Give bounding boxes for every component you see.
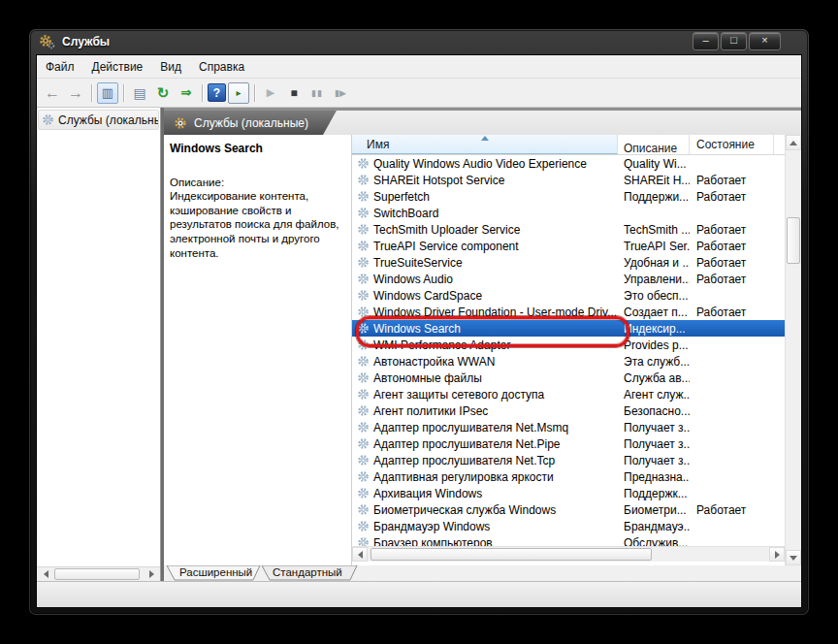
service-row[interactable]: Quality Windows Audio Video Experience Q… bbox=[352, 155, 785, 172]
close-button[interactable]: × bbox=[749, 32, 781, 50]
service-row[interactable]: SwitchBoard bbox=[352, 205, 785, 221]
service-description: Индексир... bbox=[618, 322, 690, 336]
tab-standard[interactable]: Стандартный bbox=[273, 566, 342, 578]
service-row[interactable]: SHAREit Hotspot Service SHAREit H... Раб… bbox=[352, 172, 785, 188]
services-window: Службы – □ × Файл Действие Вид Справка ←… bbox=[29, 29, 809, 615]
main-panel: Службы (локальные) Windows Search Описан… bbox=[164, 108, 801, 581]
tree-horizontal-scrollbar[interactable] bbox=[37, 566, 160, 581]
maximize-button[interactable]: □ bbox=[721, 32, 747, 50]
scrollbar-thumb[interactable] bbox=[54, 568, 140, 580]
column-header-status[interactable]: Состояние bbox=[690, 135, 774, 154]
service-row[interactable]: TrueSuiteService Удобная и ... Работает bbox=[352, 254, 785, 271]
service-gear-icon bbox=[357, 470, 370, 483]
service-gear-icon bbox=[357, 421, 370, 434]
tab-extended[interactable]: Расширенный bbox=[179, 566, 252, 578]
client-area: Файл Действие Вид Справка ←→▥▤↻⇒?▸▶■▮▮▮▶… bbox=[36, 54, 802, 608]
selected-service-name: Windows Search bbox=[170, 142, 343, 155]
service-row[interactable]: TechSmith Uploader Service TechSmith ...… bbox=[352, 221, 785, 238]
service-gear-icon bbox=[357, 437, 370, 450]
menu-action[interactable]: Действие bbox=[83, 57, 152, 77]
service-row[interactable]: Агент защиты сетевого доступа Агент служ… bbox=[352, 386, 785, 402]
menu-file[interactable]: Файл bbox=[37, 57, 83, 77]
service-description: TechSmith ... bbox=[618, 223, 690, 237]
service-row[interactable]: Архивация Windows Поддержк... bbox=[352, 485, 785, 501]
list-vertical-scrollbar[interactable] bbox=[785, 135, 801, 565]
service-name: Адаптивная регулировка яркости bbox=[373, 470, 554, 484]
scroll-right-icon[interactable] bbox=[145, 568, 158, 580]
service-status: Работает bbox=[690, 174, 774, 187]
forward-icon[interactable]: → bbox=[65, 82, 86, 104]
scroll-up-icon[interactable] bbox=[786, 135, 801, 150]
menu-help[interactable]: Справка bbox=[190, 57, 253, 77]
service-description: Получает з... bbox=[618, 421, 690, 435]
service-status: Работает bbox=[690, 190, 774, 204]
list-horizontal-scrollbar[interactable] bbox=[352, 546, 785, 562]
service-gear-icon bbox=[357, 157, 370, 170]
scrollbar-thumb[interactable] bbox=[787, 217, 800, 264]
service-gear-icon bbox=[357, 388, 370, 401]
refresh-icon[interactable]: ↻ bbox=[152, 82, 174, 104]
service-status: Работает bbox=[690, 240, 774, 253]
service-gear-icon bbox=[357, 322, 370, 335]
service-row[interactable]: Брандмауэр Windows Брандмауэ... bbox=[352, 518, 785, 534]
console-tree-panel: Службы (локальны bbox=[37, 108, 161, 581]
service-row[interactable]: Адаптер прослушивателя Net.Msmq Получает… bbox=[352, 419, 785, 435]
service-gear-icon bbox=[357, 256, 370, 269]
back-icon[interactable]: ← bbox=[42, 82, 63, 104]
service-status: Работает bbox=[690, 306, 774, 319]
stop-service-icon[interactable]: ■ bbox=[283, 82, 305, 104]
service-row[interactable]: Windows Search Индексир... bbox=[352, 320, 785, 337]
tree-root-services[interactable]: Службы (локальны bbox=[38, 110, 159, 130]
service-row[interactable]: Биометрическая служба Windows Биометри..… bbox=[352, 501, 785, 518]
minimize-button[interactable]: – bbox=[693, 32, 719, 50]
service-row[interactable]: TrueAPI Service component TrueAPI Ser...… bbox=[352, 238, 785, 254]
service-row[interactable]: Windows CardSpace Это обесп... bbox=[352, 287, 785, 304]
service-name: Биометрическая служба Windows bbox=[373, 503, 556, 517]
service-row[interactable]: Windows Audio Управлени... Работает bbox=[352, 271, 785, 287]
sort-ascending-icon bbox=[481, 136, 489, 141]
scroll-left-icon[interactable] bbox=[39, 568, 52, 580]
start-service-icon[interactable]: ▶ bbox=[260, 82, 281, 104]
scroll-down-icon[interactable] bbox=[786, 550, 801, 565]
service-row[interactable]: Автономные файлы Служба ав... bbox=[352, 370, 785, 386]
service-name: TrueSuiteService bbox=[373, 256, 463, 270]
menu-view[interactable]: Вид bbox=[151, 57, 190, 77]
service-row[interactable]: Адаптер прослушивателя Net.Pipe Получает… bbox=[352, 435, 785, 452]
service-name: WMI Performance Adapter bbox=[373, 338, 510, 352]
scrollbar-thumb[interactable] bbox=[371, 548, 652, 561]
service-name: Superfetch bbox=[373, 190, 430, 204]
service-row[interactable]: Автонастройка WWAN Эта служб... bbox=[352, 353, 785, 370]
service-row[interactable]: Superfetch Поддержи... Работает bbox=[352, 188, 785, 205]
export-list-icon[interactable]: ⇒ bbox=[176, 82, 197, 104]
service-gear-icon bbox=[357, 223, 370, 236]
restart-service-icon[interactable]: ▮▶ bbox=[330, 82, 351, 104]
service-name: Адаптер прослушивателя Net.Pipe bbox=[373, 437, 561, 451]
column-header-description[interactable]: Описание bbox=[618, 135, 690, 154]
menu-bar: Файл Действие Вид Справка bbox=[37, 55, 801, 79]
service-name: Адаптер прослушивателя Net.Tcp bbox=[373, 454, 555, 467]
service-row[interactable]: Адаптер прослушивателя Net.Tcp Получает … bbox=[352, 452, 785, 468]
service-name: Архивация Windows bbox=[373, 487, 482, 500]
service-description: Удобная и ... bbox=[618, 256, 690, 270]
service-gear-icon bbox=[357, 207, 370, 219]
console-tree-icon[interactable]: ▥ bbox=[97, 82, 118, 104]
service-name: Агент политики IPsec bbox=[373, 404, 488, 418]
pause-service-icon[interactable]: ▮▮ bbox=[306, 82, 328, 104]
properties-icon[interactable]: ▤ bbox=[129, 82, 150, 104]
column-header-name[interactable]: Имя bbox=[352, 135, 618, 154]
service-name: Брандмауэр Windows bbox=[373, 520, 490, 533]
status-bar bbox=[37, 581, 801, 607]
service-row[interactable]: Адаптивная регулировка яркости Предназна… bbox=[352, 468, 785, 485]
scroll-left-icon[interactable] bbox=[352, 547, 368, 562]
help-icon[interactable]: ? bbox=[208, 83, 226, 102]
scroll-right-icon[interactable] bbox=[769, 547, 785, 562]
service-name: Windows Driver Foundation - User-mode Dr… bbox=[373, 306, 617, 319]
service-description: Биометри... bbox=[618, 503, 690, 517]
service-row[interactable]: WMI Performance Adapter Provides p... bbox=[352, 337, 785, 353]
service-row[interactable]: Windows Driver Foundation - User-mode Dr… bbox=[352, 304, 785, 320]
service-row[interactable]: Агент политики IPsec Безопасно... bbox=[352, 402, 785, 419]
service-status: Работает bbox=[690, 503, 774, 517]
title-bar[interactable]: Службы – □ × bbox=[29, 29, 809, 54]
extended-view-icon[interactable]: ▸ bbox=[228, 82, 249, 104]
service-description: Это обесп... bbox=[618, 289, 690, 303]
